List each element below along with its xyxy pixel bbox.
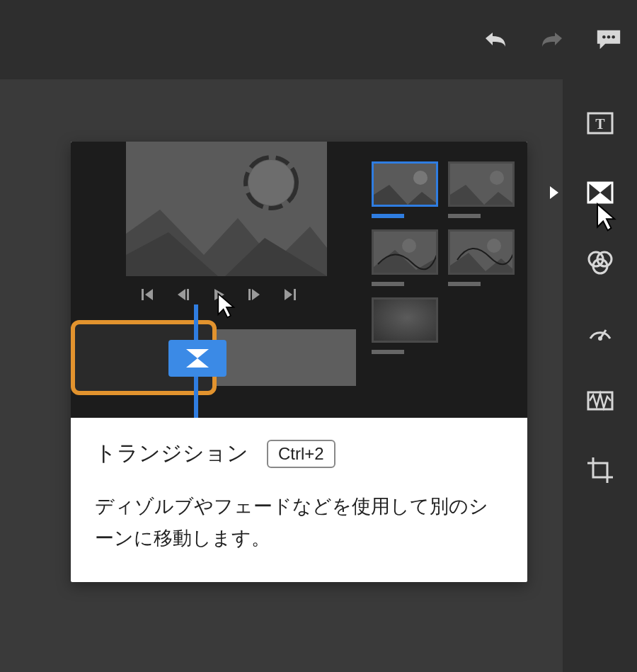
tooltip-illustration <box>71 142 527 418</box>
play-button[interactable] <box>209 285 229 304</box>
undo-button[interactable] <box>481 25 510 54</box>
preset-underline <box>372 350 404 354</box>
right-side-toolbar: T <box>563 79 637 672</box>
svg-marker-25 <box>285 289 292 300</box>
speed-tool-button[interactable] <box>563 316 637 347</box>
preset-grid <box>356 142 527 418</box>
tooltip-shortcut: Ctrl+2 <box>267 440 335 468</box>
preset-thumb-icon <box>448 161 515 207</box>
step-back-button[interactable] <box>173 285 193 304</box>
svg-point-12 <box>598 336 602 341</box>
preset-item[interactable] <box>448 229 515 275</box>
redo-icon <box>538 28 566 51</box>
svg-marker-27 <box>186 349 209 358</box>
comment-icon <box>595 27 623 52</box>
undo-icon <box>481 28 510 51</box>
tooltip-body: トランジション Ctrl+2 ディゾルブやフェードなどを使用して別のシーンに移動… <box>71 418 527 582</box>
svg-point-16 <box>248 160 294 205</box>
preset-item[interactable] <box>372 297 438 343</box>
tooltip-description: ディゾルブやフェードなどを使用して別のシーンに移動します。 <box>95 491 503 554</box>
preset-thumb-icon <box>372 297 438 343</box>
play-icon <box>211 287 226 302</box>
tooltip-title: トランジション <box>95 439 248 468</box>
preset-thumb-icon <box>372 161 438 207</box>
preset-underline <box>372 214 404 218</box>
go-start-icon <box>140 287 156 302</box>
svg-marker-7 <box>589 193 612 202</box>
preset-item[interactable] <box>448 161 515 207</box>
tooltip-illustration-left <box>71 142 356 418</box>
preset-underline <box>448 282 481 286</box>
svg-point-31 <box>413 171 427 185</box>
svg-point-37 <box>487 239 501 253</box>
top-toolbar <box>0 0 637 79</box>
tool-tooltip: トランジション Ctrl+2 ディゾルブやフェードなどを使用して別のシーンに移動… <box>71 142 527 582</box>
svg-marker-23 <box>252 289 260 300</box>
step-forward-button[interactable] <box>244 285 264 304</box>
go-end-button[interactable] <box>280 285 299 304</box>
speed-tool-icon <box>586 317 614 346</box>
titles-tool-icon: T <box>586 109 614 137</box>
svg-point-0 <box>602 35 606 39</box>
step-forward-icon <box>246 287 262 302</box>
crop-tool-button[interactable] <box>563 455 637 486</box>
svg-point-33 <box>490 171 504 185</box>
svg-rect-26 <box>294 289 296 300</box>
svg-marker-20 <box>178 289 185 300</box>
preset-item[interactable] <box>372 161 438 207</box>
go-end-icon <box>282 287 297 302</box>
preset-underline <box>448 214 481 218</box>
active-tool-indicator-icon <box>550 186 558 199</box>
svg-rect-18 <box>142 289 144 300</box>
preset-thumb-icon <box>372 229 438 275</box>
svg-text:T: T <box>595 116 605 132</box>
svg-point-1 <box>607 35 611 39</box>
transition-handle-icon <box>185 348 210 369</box>
color-tool-button[interactable] <box>563 246 637 278</box>
transitions-tool-button[interactable] <box>563 177 637 208</box>
transport-controls <box>138 285 299 304</box>
transition-handle[interactable] <box>168 340 226 377</box>
crop-tool-icon <box>586 456 614 484</box>
step-back-icon <box>176 287 191 302</box>
svg-rect-21 <box>187 289 189 300</box>
audio-tool-icon <box>586 387 614 415</box>
comment-button[interactable] <box>595 25 623 54</box>
titles-tool-button[interactable]: T <box>563 108 637 139</box>
preset-item[interactable] <box>372 229 438 275</box>
redo-button[interactable] <box>538 25 566 54</box>
svg-marker-19 <box>145 289 153 300</box>
color-tool-icon <box>586 248 614 276</box>
svg-marker-28 <box>186 358 209 368</box>
svg-rect-39 <box>374 300 438 343</box>
transitions-tool-icon <box>586 178 614 207</box>
preset-thumb-icon <box>448 229 515 275</box>
svg-point-35 <box>402 239 416 253</box>
go-start-button[interactable] <box>138 285 158 304</box>
preview-thumbnail <box>126 142 327 276</box>
svg-marker-22 <box>214 289 224 300</box>
svg-rect-24 <box>248 289 251 300</box>
audio-tool-button[interactable] <box>563 385 637 416</box>
preset-underline <box>372 282 404 286</box>
svg-point-2 <box>612 35 615 39</box>
tooltip-header: トランジション Ctrl+2 <box>95 439 503 468</box>
preview-art-icon <box>126 142 327 276</box>
svg-marker-6 <box>589 183 612 193</box>
